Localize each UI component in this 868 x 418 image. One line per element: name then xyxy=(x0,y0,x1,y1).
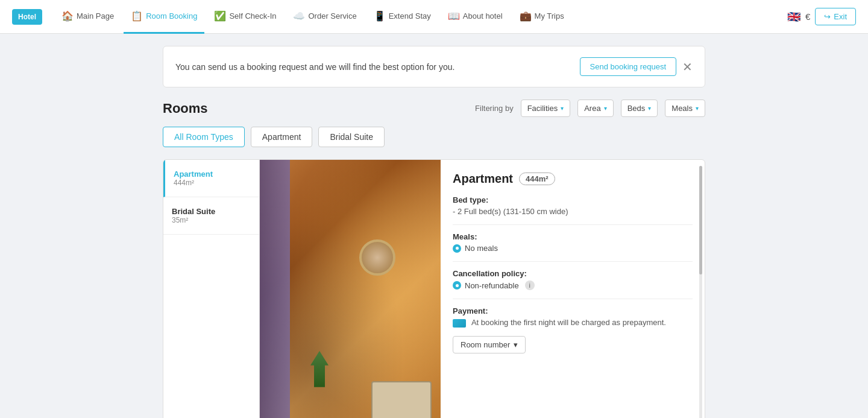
room-detail-title: Apartment 444m² xyxy=(453,172,693,186)
nav-right: 🇬🇧 € ↪ Exit xyxy=(787,8,856,25)
nav-label-my-trips: My Trips xyxy=(535,11,564,21)
room-image-panel: Facilities: 👤 Private entrance ✔ Private… xyxy=(260,160,441,418)
currency-selector[interactable]: € xyxy=(805,11,810,22)
divider-3 xyxy=(453,299,693,299)
sidebar-item-bridal-suite[interactable]: Bridal Suite 35m² xyxy=(163,197,259,235)
room-details-panel: Apartment 444m² Bed type: - 2 Full bed(s… xyxy=(441,160,705,418)
tab-bridal-suite[interactable]: Bridal Suite xyxy=(318,127,385,147)
extend-icon: 📱 xyxy=(374,10,386,22)
book-icon: 📖 xyxy=(448,10,460,22)
exit-arrow-icon: ↪ xyxy=(824,12,831,21)
payment-section: Payment: At booking the first night will… xyxy=(453,306,693,328)
radio-dot-meals xyxy=(453,244,461,253)
close-banner-button[interactable]: ✕ xyxy=(682,60,693,74)
bed-type-label: Bed type: xyxy=(453,195,693,204)
sidebar-bridal-suite-name: Bridal Suite xyxy=(172,207,251,216)
divider-1 xyxy=(453,224,693,225)
nav-item-extend-stay[interactable]: 📱 Extend Stay xyxy=(366,0,438,34)
nav-item-room-booking[interactable]: 📋 Room Booking xyxy=(124,0,204,34)
divider-2 xyxy=(453,261,693,262)
area-dropdown-arrow: ▾ xyxy=(604,105,607,112)
room-size-badge: 444m² xyxy=(519,173,555,185)
exit-button[interactable]: ↪ Exit xyxy=(815,8,856,25)
meals-dropdown-arrow: ▾ xyxy=(696,105,699,112)
tab-apartment[interactable]: Apartment xyxy=(251,127,313,147)
credit-card-icon xyxy=(453,319,466,328)
sidebar-item-apartment[interactable]: Apartment 444m² xyxy=(163,160,259,197)
rooms-title: Rooms xyxy=(163,101,468,116)
home-icon: 🏠 xyxy=(61,10,74,22)
info-icon[interactable]: i xyxy=(525,280,535,290)
rooms-sidebar: Apartment 444m² Bridal Suite 35m² xyxy=(163,160,260,418)
area-filter[interactable]: Area ▾ xyxy=(577,100,613,117)
meals-section: Meals: No meals xyxy=(453,232,693,253)
sidebar-apartment-name: Apartment xyxy=(174,169,251,179)
scrollbar-thumb[interactable] xyxy=(699,166,702,274)
scrollbar-track[interactable] xyxy=(699,166,702,418)
room-type-tabs: All Room Types Apartment Bridal Suite xyxy=(163,127,705,147)
nav-label-order-service: Order Service xyxy=(308,11,356,21)
beds-filter[interactable]: Beds ▾ xyxy=(621,100,658,117)
non-refundable-radio[interactable]: Non-refundable i xyxy=(453,280,693,290)
nav-item-about-hotel[interactable]: 📖 About hotel xyxy=(441,0,510,34)
room-number-section: Room number ▾ xyxy=(453,336,693,353)
facilities-filter[interactable]: Facilities ▾ xyxy=(521,100,571,117)
nav-item-main-page[interactable]: 🏠 Main Page xyxy=(54,0,121,34)
bed-type-value: - 2 Full bed(s) (131-150 cm wide) xyxy=(453,207,693,216)
cancellation-value: Non-refundable xyxy=(465,281,519,290)
sidebar-apartment-size: 444m² xyxy=(174,179,251,187)
filter-by-label: Filtering by xyxy=(475,104,514,113)
flag-icon[interactable]: 🇬🇧 xyxy=(787,10,800,24)
send-booking-button[interactable]: Send booking request xyxy=(580,57,676,76)
nav-item-self-checkin[interactable]: ✅ Self Check-In xyxy=(207,0,283,34)
curtain-decoration xyxy=(260,160,290,418)
order-icon: ☁️ xyxy=(293,10,305,22)
room-number-select[interactable]: Room number ▾ xyxy=(453,336,526,353)
meals-filter[interactable]: Meals ▾ xyxy=(665,100,705,117)
banner-actions: Send booking request ✕ xyxy=(580,57,693,76)
room-number-dropdown-arrow: ▾ xyxy=(514,340,518,349)
bed-decoration xyxy=(371,381,432,418)
tab-all-room-types[interactable]: All Room Types xyxy=(163,127,245,147)
banner-text: You can send us a booking request and we… xyxy=(175,62,454,72)
nav-item-order-service[interactable]: ☁️ Order Service xyxy=(286,0,363,34)
nav-label-self-checkin: Self Check-In xyxy=(229,11,276,21)
bed-type-section: Bed type: - 2 Full bed(s) (131-150 cm wi… xyxy=(453,195,693,216)
rooms-layout: Apartment 444m² Bridal Suite 35m² Facili… xyxy=(163,159,705,418)
nav-item-my-trips[interactable]: 💼 My Trips xyxy=(512,0,571,34)
nav-label-extend-stay: Extend Stay xyxy=(389,11,431,21)
nav-label-about-hotel: About hotel xyxy=(463,11,503,21)
rooms-header: Rooms Filtering by Facilities ▾ Area ▾ B… xyxy=(163,100,705,117)
checkin-icon: ✅ xyxy=(214,10,226,22)
meals-label: Meals: xyxy=(453,232,693,241)
cancellation-label: Cancellation policy: xyxy=(453,269,693,278)
no-meals-radio[interactable]: No meals xyxy=(453,244,693,253)
radio-dot-cancel xyxy=(453,281,461,290)
sidebar-bridal-suite-size: 35m² xyxy=(172,216,251,224)
mirror-decoration xyxy=(359,239,395,276)
beds-dropdown-arrow: ▾ xyxy=(648,105,651,112)
payment-value: At booking the first night will be charg… xyxy=(453,318,693,328)
navbar: Hotel 🏠 Main Page 📋 Room Booking ✅ Self … xyxy=(0,0,868,34)
facilities-dropdown-arrow: ▾ xyxy=(561,105,564,112)
logo: Hotel xyxy=(12,9,42,25)
nav-label-main-page: Main Page xyxy=(77,11,114,21)
cancellation-section: Cancellation policy: Non-refundable i xyxy=(453,269,693,290)
booking-request-banner: You can send us a booking request and we… xyxy=(163,46,705,87)
room-image xyxy=(260,160,441,418)
trips-icon: 💼 xyxy=(520,10,532,22)
room-booking-icon: 📋 xyxy=(131,10,143,22)
payment-label: Payment: xyxy=(453,306,693,315)
main-content: You can send us a booking request and we… xyxy=(163,46,705,418)
nav-label-room-booking: Room Booking xyxy=(146,11,197,21)
meals-value: No meals xyxy=(465,244,498,253)
